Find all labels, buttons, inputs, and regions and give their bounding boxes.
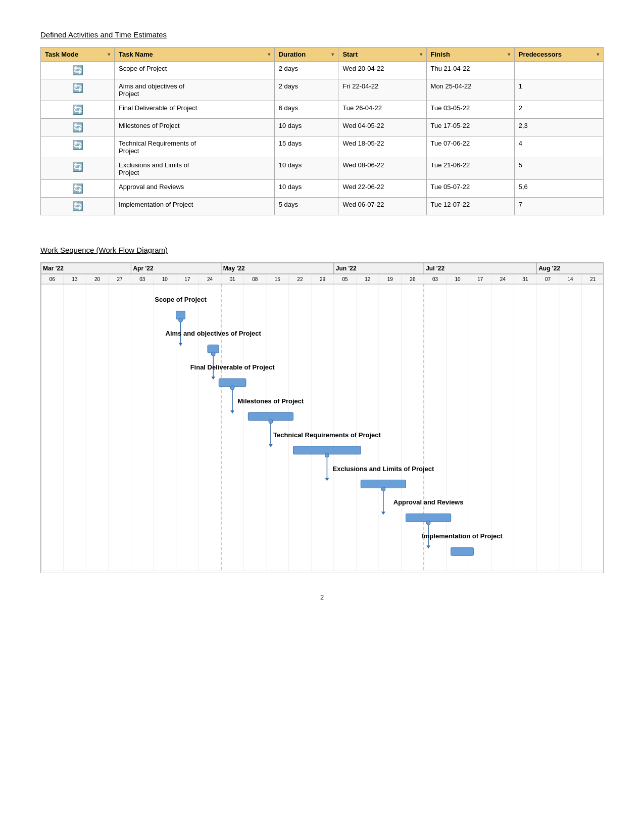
svg-text:21: 21 — [590, 276, 596, 282]
cell-start: Tue 26-04-22 — [338, 101, 426, 119]
cell-finish: Tue 12-07-22 — [426, 198, 514, 215]
cell-duration: 6 days — [274, 101, 338, 119]
cell-taskmode: 🔄 — [41, 158, 115, 180]
cell-taskname: Aims and objectives ofProject — [115, 79, 275, 101]
svg-text:Scope of Project: Scope of Project — [155, 296, 207, 303]
cell-finish: Mon 25-04-22 — [426, 79, 514, 101]
table-row: 🔄Implementation of Project5 daysWed 06-0… — [41, 198, 604, 215]
svg-text:13: 13 — [72, 276, 78, 282]
cell-finish: Tue 17-05-22 — [426, 119, 514, 136]
svg-text:24: 24 — [500, 276, 506, 282]
cell-start: Wed 06-07-22 — [338, 198, 426, 215]
svg-text:03: 03 — [432, 276, 438, 282]
page-number: 2 — [40, 593, 604, 601]
table-row: 🔄Scope of Project2 daysWed 20-04-22Thu 2… — [41, 62, 604, 79]
table-row: 🔄Final Deliverable of Project6 daysTue 2… — [41, 101, 604, 119]
svg-text:29: 29 — [320, 276, 326, 282]
task-mode-icon: 🔄 — [72, 140, 83, 150]
cell-taskname: Final Deliverable of Project — [115, 101, 275, 119]
svg-point-80 — [230, 386, 234, 390]
table-row: 🔄Milestones of Project10 daysWed 04-05-2… — [41, 119, 604, 136]
svg-text:Milestones of Project: Milestones of Project — [238, 397, 304, 405]
col-header-duration: Duration ▾ — [274, 48, 338, 62]
cell-taskmode: 🔄 — [41, 101, 115, 119]
cell-predecessors: 2,3 — [514, 119, 603, 136]
cell-taskmode: 🔄 — [41, 119, 115, 136]
svg-point-90 — [325, 453, 329, 457]
col-header-start: Start ▾ — [338, 48, 426, 62]
cell-start: Wed 04-05-22 — [338, 119, 426, 136]
taskmode-arrow-icon: ▾ — [108, 52, 110, 57]
cell-start: Wed 18-05-22 — [338, 136, 426, 158]
svg-text:Apr '22: Apr '22 — [133, 265, 154, 272]
cell-finish: Tue 07-06-22 — [426, 136, 514, 158]
svg-text:19: 19 — [387, 276, 393, 282]
cell-finish: Tue 05-07-22 — [426, 180, 514, 198]
activities-table: Task Mode ▾ Task Name ▾ Duration ▾ — [40, 47, 604, 215]
task-mode-icon: 🔄 — [72, 83, 83, 93]
cell-duration: 10 days — [274, 158, 338, 180]
task-mode-icon: 🔄 — [72, 201, 83, 211]
svg-rect-0 — [41, 263, 604, 571]
task-mode-icon: 🔄 — [72, 105, 83, 115]
svg-text:01: 01 — [230, 276, 236, 282]
cell-predecessors — [514, 62, 603, 79]
cell-start: Wed 20-04-22 — [338, 62, 426, 79]
col-header-taskmode: Task Mode ▾ — [41, 48, 115, 62]
svg-text:17: 17 — [184, 276, 190, 282]
table-section-title: Defined Activities and Time Estimates — [40, 30, 604, 39]
svg-text:20: 20 — [94, 276, 101, 282]
svg-text:31: 31 — [522, 276, 528, 282]
start-arrow-icon: ▾ — [420, 52, 422, 57]
svg-text:Aims and objectives of Project: Aims and objectives of Project — [166, 330, 262, 337]
gantt-section-title: Work Sequence (Work Flow Diagram) — [40, 246, 604, 254]
cell-start: Wed 22-06-22 — [338, 180, 426, 198]
cell-taskmode: 🔄 — [41, 62, 115, 79]
svg-text:14: 14 — [568, 276, 574, 282]
predecessors-arrow-icon: ▾ — [597, 52, 599, 57]
cell-duration: 10 days — [274, 180, 338, 198]
svg-text:10: 10 — [162, 276, 168, 282]
cell-finish: Thu 21-04-22 — [426, 62, 514, 79]
cell-finish: Tue 21-06-22 — [426, 158, 514, 180]
svg-rect-1 — [41, 263, 604, 274]
svg-text:27: 27 — [117, 276, 123, 282]
cell-taskname: Exclusions and Limits ofProject — [115, 158, 275, 180]
col-header-taskname: Task Name ▾ — [115, 48, 275, 62]
svg-text:10: 10 — [455, 276, 461, 282]
table-section: Defined Activities and Time Estimates Ta… — [40, 30, 604, 215]
svg-point-95 — [381, 487, 385, 491]
svg-text:Approval and Reviews: Approval and Reviews — [393, 498, 464, 506]
cell-predecessors: 5 — [514, 158, 603, 180]
svg-text:Jun '22: Jun '22 — [336, 265, 357, 272]
cell-taskname: Scope of Project — [115, 62, 275, 79]
svg-text:Jul '22: Jul '22 — [426, 265, 444, 272]
duration-arrow-icon: ▾ — [331, 52, 334, 57]
task-mode-icon: 🔄 — [72, 65, 83, 75]
cell-taskmode: 🔄 — [41, 198, 115, 215]
cell-duration: 10 days — [274, 119, 338, 136]
col-header-finish: Finish ▾ — [426, 48, 514, 62]
taskname-arrow-icon: ▾ — [268, 52, 270, 57]
cell-predecessors: 1 — [514, 79, 603, 101]
svg-text:Mar '22: Mar '22 — [43, 265, 64, 272]
cell-taskname: Technical Requirements ofProject — [115, 136, 275, 158]
task-mode-icon: 🔄 — [72, 162, 83, 172]
cell-predecessors: 5,6 — [514, 180, 603, 198]
svg-text:Technical Requirements of Proj: Technical Requirements of Project — [273, 431, 381, 439]
svg-point-85 — [269, 420, 273, 424]
cell-start: Wed 08-06-22 — [338, 158, 426, 180]
cell-finish: Tue 03-05-22 — [426, 101, 514, 119]
cell-duration: 15 days — [274, 136, 338, 158]
cell-taskmode: 🔄 — [41, 136, 115, 158]
cell-taskname: Implementation of Project — [115, 198, 275, 215]
svg-text:Aug '22: Aug '22 — [538, 265, 560, 272]
cell-start: Fri 22-04-22 — [338, 79, 426, 101]
svg-point-70 — [179, 318, 183, 322]
cell-taskmode: 🔄 — [41, 79, 115, 101]
cell-predecessors: 4 — [514, 136, 603, 158]
cell-predecessors: 7 — [514, 198, 603, 215]
svg-text:17: 17 — [477, 276, 483, 282]
col-header-predecessors: Predecessors ▾ — [514, 48, 603, 62]
finish-arrow-icon: ▾ — [508, 52, 510, 57]
